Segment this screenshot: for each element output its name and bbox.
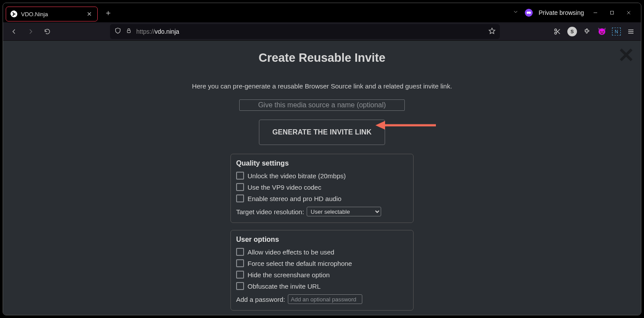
window-close-icon[interactable] [623,7,634,18]
content-area: ✕ Create Reusable Invite Here you can pr… [3,41,641,315]
opt-label: Enable stereo and pro HD audio [248,195,341,202]
opt-label: Obfuscate the invite URL [248,283,321,290]
opt-unlock-bitrate[interactable]: Unlock the video bitrate (20mbps) [236,172,408,180]
hamburger-menu-icon[interactable] [626,27,636,36]
new-tab-button[interactable]: ＋ [102,7,114,19]
opt-label: Unlock the video bitrate (20mbps) [248,172,346,180]
svg-point-8 [555,29,557,31]
svg-marker-7 [489,28,495,34]
checkbox-icon[interactable] [236,194,244,202]
user-options-panel: User options Allow video effects to be u… [230,230,414,311]
checkbox-icon[interactable] [236,183,244,191]
extension-face-icon[interactable]: 😈 [597,27,607,36]
vdoninja-favicon [11,11,18,18]
nav-reload-button[interactable] [40,24,55,39]
scissors-icon[interactable] [552,27,562,36]
all-tabs-icon[interactable] [513,9,519,17]
resolution-select[interactable]: User selectable [307,207,381,216]
password-input[interactable] [288,294,362,304]
generate-invite-button[interactable]: GENERATE THE INVITE LINK [259,120,386,145]
url-bar[interactable]: https://vdo.ninja [110,24,500,39]
opt-force-mic[interactable]: Force select the default microphone [236,259,408,267]
private-browsing-label: Private browsing [539,9,584,16]
tab-title: VDO.Ninja [21,11,82,18]
svg-point-9 [555,32,557,34]
modal-close-icon[interactable]: ✕ [618,45,635,65]
svg-rect-3 [611,11,614,14]
checkbox-icon[interactable] [236,248,244,256]
extensions-puzzle-icon[interactable] [582,27,592,36]
private-browsing-icon [525,9,533,17]
checkbox-icon[interactable] [236,271,244,279]
svg-rect-6 [127,30,131,32]
window-minimize-icon[interactable] [590,7,601,18]
opt-stereo-audio[interactable]: Enable stereo and pro HD audio [236,194,408,202]
checkbox-icon[interactable] [236,172,244,180]
opt-label: Use the VP9 video codec [248,184,321,191]
opt-hide-screenshare[interactable]: Hide the screenshare option [236,271,408,279]
user-heading: User options [236,236,408,244]
toolbar: https://vdo.ninja S 😈 N [3,22,641,41]
checkbox-icon[interactable] [236,282,244,290]
extension-icons: S 😈 N [552,27,637,36]
opt-label: Allow video effects to be used [248,248,334,256]
source-name-input[interactable] [239,99,405,111]
bookmark-star-icon[interactable] [488,27,495,36]
password-label: Add a password: [236,296,285,303]
extension-s-icon[interactable]: S [567,27,577,36]
svg-point-1 [14,13,15,14]
lock-icon[interactable] [126,28,132,35]
opt-video-effects[interactable]: Allow video effects to be used [236,248,408,256]
nav-forward-button[interactable] [23,24,38,39]
nav-back-button[interactable] [7,24,21,39]
opt-label: Hide the screenshare option [248,271,330,279]
resolution-label: Target video resolution: [236,208,304,216]
page-title: Create Reusable Invite [3,51,641,65]
extension-n-icon[interactable]: N [612,28,621,35]
checkbox-icon[interactable] [236,259,244,267]
opt-vp9-codec[interactable]: Use the VP9 video codec [236,183,408,191]
url-text: https://vdo.ninja [136,28,484,35]
opt-label: Force select the default microphone [248,260,352,267]
shield-icon[interactable] [114,27,121,36]
tab-strip: VDO.Ninja ✕ ＋ Private browsing [3,3,641,22]
page-subtitle: Here you can pre-generate a reusable Bro… [3,82,641,90]
opt-obfuscate-url[interactable]: Obfuscate the invite URL [236,282,408,290]
tab-active[interactable]: VDO.Ninja ✕ [6,7,98,21]
tab-close-icon[interactable]: ✕ [86,11,93,17]
quality-heading: Quality settings [236,159,408,167]
window-maximize-icon[interactable] [607,7,617,18]
quality-settings-panel: Quality settings Unlock the video bitrat… [230,154,414,223]
